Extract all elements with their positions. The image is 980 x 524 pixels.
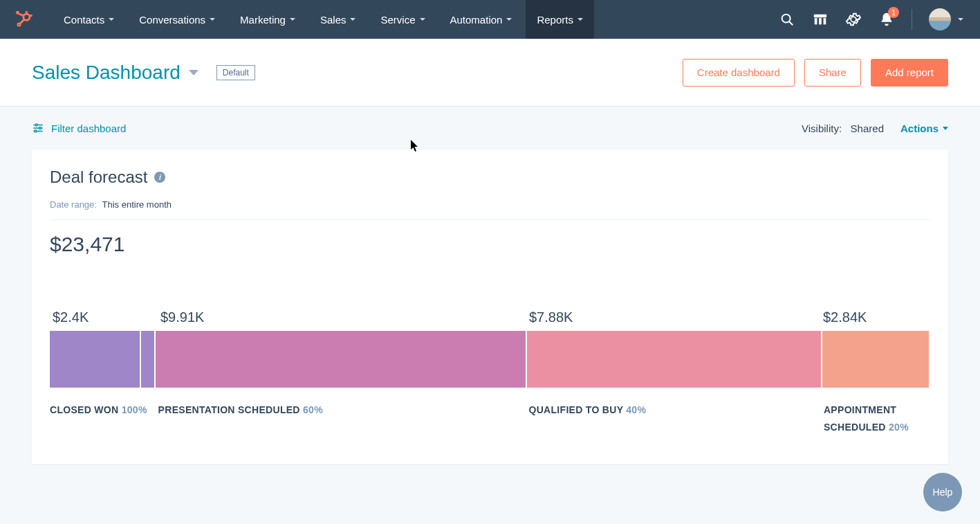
chevron-down-icon xyxy=(506,18,512,21)
chevron-down-icon xyxy=(290,18,295,21)
svg-rect-9 xyxy=(814,15,826,18)
svg-point-15 xyxy=(35,124,37,126)
segment-qualified-to-buy[interactable] xyxy=(527,331,821,388)
visibility: Visibility: Shared xyxy=(802,123,884,134)
nav-item-contacts[interactable]: Contacts xyxy=(53,0,125,39)
nav-item-service[interactable]: Service xyxy=(369,0,436,39)
notification-badge: 1 xyxy=(888,7,899,18)
stage-label-wrap: PRESENTATION SCHEDULED 60% xyxy=(158,401,529,436)
chevron-down-icon xyxy=(109,18,114,21)
svg-point-17 xyxy=(39,127,41,129)
date-range-value: This entire month xyxy=(102,199,172,210)
account-menu[interactable] xyxy=(929,8,963,30)
nav-item-label: Service xyxy=(380,14,415,26)
filter-label: Filter dashboard xyxy=(51,123,126,134)
stage-name: CLOSED WON xyxy=(50,404,122,415)
chevron-down-icon xyxy=(210,18,215,21)
stage-name: APPOINTMENT SCHEDULED xyxy=(824,404,896,433)
filter-icon xyxy=(32,122,44,134)
avatar xyxy=(929,8,951,30)
share-button[interactable]: Share xyxy=(804,59,861,87)
chevron-down-icon xyxy=(350,18,355,21)
default-tag: Default xyxy=(216,65,255,80)
actions-label: Actions xyxy=(900,123,939,134)
add-report-button[interactable]: Add report xyxy=(871,59,948,87)
segment-appointment-scheduled[interactable] xyxy=(822,331,929,388)
chevron-down-icon xyxy=(189,70,198,75)
stage-label-wrap: QUALIFIED TO BUY 40% xyxy=(529,401,824,436)
nav-item-label: Conversations xyxy=(139,14,205,26)
nav-item-sales[interactable]: Sales xyxy=(309,0,367,39)
segment-presentation-scheduled[interactable] xyxy=(156,331,526,388)
svg-point-19 xyxy=(35,130,37,132)
svg-line-6 xyxy=(19,14,24,16)
svg-line-4 xyxy=(20,19,24,24)
card-title: Deal forecast xyxy=(50,168,147,187)
search-icon[interactable] xyxy=(779,11,795,28)
nav-item-label: Reports xyxy=(537,14,573,26)
date-range-label: Date range: xyxy=(50,199,97,210)
svg-point-2 xyxy=(30,15,32,17)
date-range: Date range: This entire month xyxy=(50,199,930,220)
nav-item-label: Sales xyxy=(320,14,346,26)
segment-value: $2.84K xyxy=(823,309,867,325)
segment-value: $9.91K xyxy=(160,309,204,325)
create-dashboard-button[interactable]: Create dashboard xyxy=(683,59,795,87)
filter-dashboard-link[interactable]: Filter dashboard xyxy=(32,122,126,134)
stage-pct: 20% xyxy=(889,422,909,433)
hubspot-logo[interactable] xyxy=(14,10,33,29)
stage-label-wrap: APPOINTMENT SCHEDULED 20% xyxy=(824,401,930,436)
deal-forecast-card: Deal forecast i Date range: This entire … xyxy=(32,150,948,464)
nav-separator xyxy=(912,9,912,30)
stage-pct: 100% xyxy=(122,404,147,415)
nav-item-label: Contacts xyxy=(64,14,104,26)
svg-line-8 xyxy=(789,21,793,25)
chevron-down-icon xyxy=(943,127,948,130)
nav-item-automation[interactable]: Automation xyxy=(439,0,524,39)
help-label: Help xyxy=(933,487,953,498)
stage-name: PRESENTATION SCHEDULED xyxy=(158,404,303,415)
visibility-label: Visibility: xyxy=(802,123,842,134)
stage-name: QUALIFIED TO BUY xyxy=(529,404,627,415)
filter-row: Filter dashboard Visibility: Shared Acti… xyxy=(0,107,980,150)
info-icon[interactable]: i xyxy=(154,172,165,183)
card-title-row: Deal forecast i xyxy=(50,168,930,187)
actions-menu[interactable]: Actions xyxy=(900,123,948,134)
dashboard-header: Sales Dashboard Default Create dashboard… xyxy=(0,39,980,107)
top-nav: ContactsConversationsMarketingSalesServi… xyxy=(0,0,980,39)
chevron-down-icon xyxy=(958,18,963,21)
segment-value: $7.88K xyxy=(529,309,573,325)
nav-item-label: Marketing xyxy=(240,14,286,26)
segment-value: $2.4K xyxy=(53,309,89,325)
help-button[interactable]: Help xyxy=(923,473,962,512)
forecast-chart: $2.4K$9.91K$7.88K$2.84K CLOSED WON 100%P… xyxy=(50,305,930,436)
svg-rect-11 xyxy=(819,18,822,24)
nav-item-conversations[interactable]: Conversations xyxy=(128,0,226,39)
settings-icon[interactable] xyxy=(845,11,862,28)
segment-closed-won[interactable] xyxy=(50,331,140,388)
svg-point-13 xyxy=(851,17,856,21)
stage-pct: 40% xyxy=(626,404,646,415)
stage-pct: 60% xyxy=(303,404,323,415)
chevron-down-icon xyxy=(420,18,425,21)
segment-closed-won-extra[interactable] xyxy=(141,331,154,388)
stage-label-wrap: CLOSED WON 100% xyxy=(50,401,158,436)
visibility-value: Shared xyxy=(851,123,884,134)
svg-point-7 xyxy=(782,15,791,23)
svg-point-5 xyxy=(16,11,19,15)
nav-menu: ContactsConversationsMarketingSalesServi… xyxy=(53,0,594,39)
notifications-icon[interactable]: 1 xyxy=(878,11,895,28)
nav-item-label: Automation xyxy=(450,14,503,26)
svg-point-1 xyxy=(26,11,28,13)
chevron-down-icon xyxy=(577,18,583,21)
nav-item-reports[interactable]: Reports xyxy=(526,0,594,39)
marketplace-icon[interactable] xyxy=(812,11,829,28)
forecast-total: $23,471 xyxy=(50,233,930,256)
nav-item-marketing[interactable]: Marketing xyxy=(229,0,306,39)
dashboard-title: Sales Dashboard xyxy=(32,62,181,84)
dashboard-switcher[interactable]: Sales Dashboard xyxy=(32,62,198,84)
svg-rect-10 xyxy=(815,18,817,24)
svg-rect-12 xyxy=(824,18,826,24)
